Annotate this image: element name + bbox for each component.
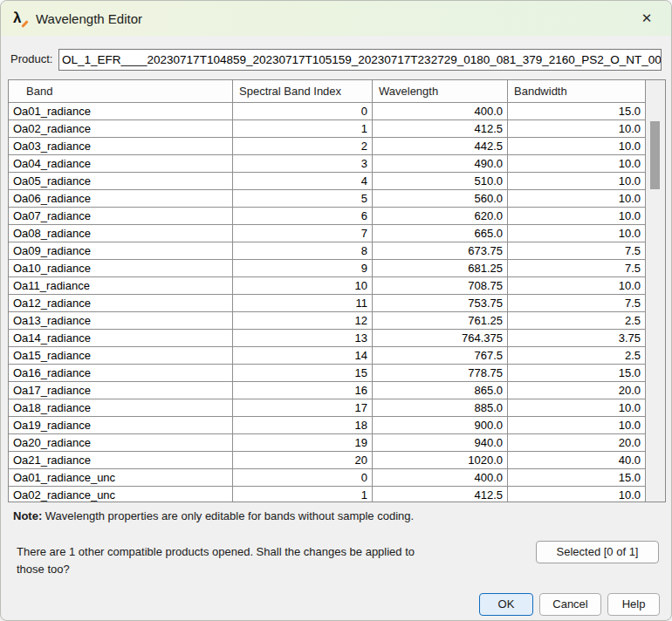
table-cell-wavelength[interactable]: 764.375: [373, 330, 508, 347]
table-cell-wavelength[interactable]: 767.5: [373, 347, 508, 365]
title-bar[interactable]: λ Wavelength Editor ✕: [1, 1, 671, 36]
table-cell-index[interactable]: 5: [233, 190, 373, 208]
table-cell-wavelength[interactable]: 1020.0: [373, 452, 508, 469]
table-cell-index[interactable]: 0: [233, 469, 373, 487]
table-cell-band[interactable]: Oa07_radiance: [9, 208, 233, 225]
table-cell-bandwidth[interactable]: 7.5: [508, 260, 646, 277]
table-cell-index[interactable]: 10: [233, 277, 373, 295]
table-cell-band[interactable]: Oa15_radiance: [9, 347, 233, 365]
table-cell-index[interactable]: 20: [233, 452, 373, 469]
table-cell-wavelength[interactable]: 560.0: [373, 190, 508, 208]
table-cell-bandwidth[interactable]: 10.0: [508, 155, 646, 173]
column-header-bandwidth[interactable]: Bandwidth: [508, 80, 646, 103]
table-cell-index[interactable]: 3: [233, 155, 373, 173]
table-cell-bandwidth[interactable]: 40.0: [508, 452, 646, 469]
table-cell-index[interactable]: 15: [233, 365, 373, 382]
table-cell-band[interactable]: Oa10_radiance: [9, 260, 233, 277]
table-cell-band[interactable]: Oa17_radiance: [9, 382, 233, 399]
table-cell-wavelength[interactable]: 761.25: [373, 312, 508, 330]
table-cell-bandwidth[interactable]: 3.75: [508, 330, 646, 347]
table-cell-band[interactable]: Oa05_radiance: [9, 173, 233, 190]
table-cell-bandwidth[interactable]: 20.0: [508, 434, 646, 452]
table-cell-bandwidth[interactable]: 10.0: [508, 190, 646, 208]
table-cell-bandwidth[interactable]: 10.0: [508, 138, 646, 155]
column-header-spectral-band-index[interactable]: Spectral Band Index: [233, 80, 373, 103]
table-cell-band[interactable]: Oa03_radiance: [9, 138, 233, 155]
table-cell-bandwidth[interactable]: 10.0: [508, 277, 646, 295]
table-cell-index[interactable]: 13: [233, 330, 373, 347]
table-cell-index[interactable]: 11: [233, 295, 373, 312]
table-cell-band[interactable]: Oa21_radiance: [9, 452, 233, 469]
table-cell-wavelength[interactable]: 865.0: [373, 382, 508, 399]
table-cell-index[interactable]: 6: [233, 208, 373, 225]
table-cell-wavelength[interactable]: 778.75: [373, 365, 508, 382]
table-cell-bandwidth[interactable]: 20.0: [508, 382, 646, 399]
table-cell-bandwidth[interactable]: 7.5: [508, 242, 646, 260]
table-cell-band[interactable]: Oa14_radiance: [9, 330, 233, 347]
table-cell-index[interactable]: 0: [233, 103, 373, 120]
table-cell-bandwidth[interactable]: 10.0: [508, 173, 646, 190]
table-cell-wavelength[interactable]: 681.25: [373, 260, 508, 277]
table-cell-bandwidth[interactable]: 2.5: [508, 312, 646, 330]
table-cell-index[interactable]: 8: [233, 242, 373, 260]
table-cell-index[interactable]: 19: [233, 434, 373, 452]
selected-products-button[interactable]: Selected [0 of 1]: [536, 541, 659, 563]
table-cell-bandwidth[interactable]: 15.0: [508, 469, 646, 487]
table-cell-band[interactable]: Oa02_radiance: [9, 120, 233, 138]
scrollbar-thumb[interactable]: [650, 121, 660, 189]
table-cell-index[interactable]: 17: [233, 399, 373, 417]
table-cell-wavelength[interactable]: 400.0: [373, 469, 508, 487]
table-cell-wavelength[interactable]: 673.75: [373, 242, 508, 260]
column-header-band[interactable]: Band: [9, 80, 233, 103]
table-cell-wavelength[interactable]: 412.5: [373, 120, 508, 138]
table-cell-wavelength[interactable]: 400.0: [373, 103, 508, 120]
table-cell-wavelength[interactable]: 885.0: [373, 399, 508, 417]
table-cell-wavelength[interactable]: 510.0: [373, 173, 508, 190]
close-icon[interactable]: ✕: [629, 4, 664, 32]
table-cell-index[interactable]: 18: [233, 417, 373, 434]
table-cell-bandwidth[interactable]: 7.5: [508, 295, 646, 312]
table-cell-band[interactable]: Oa08_radiance: [9, 225, 233, 242]
table-cell-band[interactable]: Oa13_radiance: [9, 312, 233, 330]
table-cell-band[interactable]: Oa02_radiance_unc: [9, 487, 233, 502]
table-cell-wavelength[interactable]: 442.5: [373, 138, 508, 155]
table-cell-bandwidth[interactable]: 15.0: [508, 365, 646, 382]
table-cell-bandwidth[interactable]: 2.5: [508, 347, 646, 365]
table-cell-wavelength[interactable]: 490.0: [373, 155, 508, 173]
table-cell-band[interactable]: Oa20_radiance: [9, 434, 233, 452]
table-cell-wavelength[interactable]: 620.0: [373, 208, 508, 225]
table-cell-index[interactable]: 2: [233, 138, 373, 155]
table-cell-wavelength[interactable]: 900.0: [373, 417, 508, 434]
table-cell-index[interactable]: 14: [233, 347, 373, 365]
vertical-scrollbar[interactable]: [646, 80, 665, 502]
table-cell-index[interactable]: 1: [233, 120, 373, 138]
table-cell-bandwidth[interactable]: 10.0: [508, 225, 646, 242]
table-cell-wavelength[interactable]: 665.0: [373, 225, 508, 242]
column-header-wavelength[interactable]: Wavelength: [373, 80, 508, 103]
table-cell-bandwidth[interactable]: 10.0: [508, 399, 646, 417]
table-cell-band[interactable]: Oa12_radiance: [9, 295, 233, 312]
table-cell-wavelength[interactable]: 940.0: [373, 434, 508, 452]
table-cell-band[interactable]: Oa09_radiance: [9, 242, 233, 260]
table-cell-wavelength[interactable]: 708.75: [373, 277, 508, 295]
help-button[interactable]: Help: [607, 593, 660, 616]
table-cell-index[interactable]: 9: [233, 260, 373, 277]
table-cell-band[interactable]: Oa01_radiance_unc: [9, 469, 233, 487]
cancel-button[interactable]: Cancel: [539, 593, 601, 616]
table-cell-band[interactable]: Oa19_radiance: [9, 417, 233, 434]
table-cell-bandwidth[interactable]: 10.0: [508, 120, 646, 138]
table-cell-index[interactable]: 7: [233, 225, 373, 242]
table-cell-band[interactable]: Oa01_radiance: [9, 103, 233, 120]
table-cell-index[interactable]: 16: [233, 382, 373, 399]
table-cell-bandwidth[interactable]: 15.0: [508, 103, 646, 120]
table-cell-wavelength[interactable]: 753.75: [373, 295, 508, 312]
ok-button[interactable]: OK: [479, 593, 533, 616]
table-cell-bandwidth[interactable]: 10.0: [508, 208, 646, 225]
table-cell-band[interactable]: Oa16_radiance: [9, 365, 233, 382]
product-name-field[interactable]: OL_1_EFR____20230717T104859_20230717T105…: [58, 49, 662, 71]
table-cell-band[interactable]: Oa11_radiance: [9, 277, 233, 295]
table-cell-bandwidth[interactable]: 10.0: [508, 417, 646, 434]
table-cell-index[interactable]: 1: [233, 487, 373, 502]
table-cell-band[interactable]: Oa18_radiance: [9, 399, 233, 417]
table-cell-wavelength[interactable]: 412.5: [373, 487, 508, 502]
